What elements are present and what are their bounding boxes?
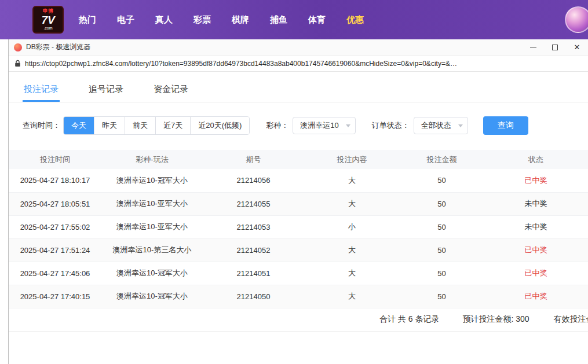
header-bet-time: 投注时间 <box>9 150 101 169</box>
chevron-down-icon <box>458 124 463 127</box>
status-cell: 未中奖 <box>484 192 588 215</box>
time-option-yesterday[interactable]: 昨天 <box>94 117 125 134</box>
nav-item-promotions[interactable]: 优惠 <box>346 14 364 25</box>
header-status: 状态 <box>484 150 588 169</box>
time-option-today[interactable]: 今天 <box>64 117 94 134</box>
content-cell: 大 <box>304 192 400 215</box>
issue-cell: 21214056 <box>203 169 304 192</box>
play-cell: 澳洲幸运10-第三名大小 <box>101 238 203 262</box>
nav-item-board-games[interactable]: 棋牌 <box>232 14 249 25</box>
table-row[interactable]: 2025-04-27 17:45:06 澳洲幸运10-冠军大小 21214051… <box>9 262 588 285</box>
tab-chase-records[interactable]: 追号记录 <box>87 76 125 102</box>
logo-sub-text: .com <box>43 26 52 31</box>
play-cell: 澳洲幸运10-冠军大小 <box>101 169 203 192</box>
time-option-7days[interactable]: 近7天 <box>155 117 190 134</box>
nav-item-lottery[interactable]: 彩票 <box>193 14 211 25</box>
issue-cell: 21214053 <box>203 215 304 238</box>
time-filter-label: 查询时间： <box>23 120 60 131</box>
bet-time-cell: 2025-04-27 17:45:06 <box>9 262 101 285</box>
content-cell: 大 <box>304 285 400 308</box>
table-row[interactable]: 2025-04-27 18:05:51 澳洲幸运10-亚军大小 21214055… <box>9 192 588 215</box>
header-amount: 投注金额 <box>400 150 484 169</box>
order-status-select[interactable]: 全部状态 <box>414 117 468 134</box>
time-option-20days[interactable]: 近20天(低频) <box>190 117 249 134</box>
content-cell: 大 <box>304 169 400 192</box>
lottery-filter-label: 彩种： <box>266 120 288 131</box>
status-filter-label: 订单状态： <box>372 120 410 131</box>
table-row[interactable]: 2025-04-27 17:51:24 澳洲幸运10-第三名大小 2121405… <box>9 238 588 262</box>
amount-cell: 50 <box>400 192 484 215</box>
filter-bar: 查询时间： 今天 昨天 前天 近7天 近20天(低频) 彩种： 澳洲幸运10 订… <box>9 116 588 135</box>
table-header-row: 投注时间 彩种-玩法 期号 投注内容 投注金额 状态 <box>9 150 588 169</box>
issue-cell: 21214055 <box>203 192 304 215</box>
table-row[interactable]: 2025-04-27 18:10:17 澳洲幸运10-冠军大小 21214056… <box>9 169 588 192</box>
content-cell: 大 <box>304 262 400 285</box>
bet-time-cell: 2025-04-27 17:40:15 <box>9 285 101 308</box>
minimize-icon <box>530 47 536 47</box>
lottery-select[interactable]: 澳洲幸运10 <box>293 117 355 134</box>
time-range-group: 今天 昨天 前天 近7天 近20天(低频) <box>63 116 250 135</box>
issue-cell: 21214051 <box>203 262 304 285</box>
header-content: 投注内容 <box>304 150 400 169</box>
bet-time-cell: 2025-04-27 17:51:24 <box>9 238 101 262</box>
bet-records-table: 投注时间 彩种-玩法 期号 投注内容 投注金额 状态 2025-04-27 18… <box>9 150 588 308</box>
play-cell: 澳洲幸运10-冠军大小 <box>101 262 203 285</box>
maximize-button[interactable] <box>544 39 566 56</box>
main-nav: 热门 电子 真人 彩票 棋牌 捕鱼 体育 优惠 <box>79 14 385 25</box>
status-cell: 已中奖 <box>484 262 588 285</box>
total-records-text: 合计 共 6 条记录 <box>379 314 439 325</box>
user-avatar[interactable] <box>565 6 588 33</box>
nav-item-sports[interactable]: 体育 <box>308 14 326 25</box>
bet-time-cell: 2025-04-27 18:05:51 <box>9 192 101 215</box>
nav-item-slots[interactable]: 电子 <box>117 14 134 25</box>
nav-item-hot[interactable]: 热门 <box>79 14 96 25</box>
record-tabs: 投注记录 追号记录 资金记录 <box>9 76 588 102</box>
order-status-value: 全部状态 <box>421 120 451 131</box>
ssl-lock-icon <box>14 60 21 67</box>
table-row[interactable]: 2025-04-27 17:55:02 澳洲幸运10-亚军大小 21214053… <box>9 215 588 238</box>
time-option-day-before[interactable]: 前天 <box>125 117 155 134</box>
table-row[interactable]: 2025-04-27 17:40:15 澳洲幸运10-冠军大小 21214050… <box>9 285 588 308</box>
window-controls: ✕ <box>522 39 588 56</box>
maximize-icon <box>552 45 558 50</box>
bet-time-cell: 2025-04-27 18:10:17 <box>9 169 101 192</box>
valid-amount-text: 有效投注金 <box>554 314 588 325</box>
browser-app-icon <box>14 43 22 52</box>
status-cell: 已中奖 <box>484 238 588 262</box>
logo-main-text: 7V <box>41 14 54 26</box>
window-titlebar[interactable]: DB彩票 - 极速浏览器 ✕ <box>9 39 588 56</box>
amount-cell: 50 <box>400 238 484 262</box>
expected-amount-text: 预计投注金额: 300 <box>462 314 529 325</box>
status-cell: 已中奖 <box>484 169 588 192</box>
minimize-button[interactable] <box>522 39 544 56</box>
amount-cell: 50 <box>400 285 484 308</box>
status-cell: 未中奖 <box>484 215 588 238</box>
issue-cell: 21214050 <box>203 285 304 308</box>
browser-window: DB彩票 - 极速浏览器 ✕ https://ctop02pchwp1.zfnc… <box>8 39 588 364</box>
header-play: 彩种-玩法 <box>101 150 203 169</box>
play-cell: 澳洲幸运10-冠军大小 <box>101 285 203 308</box>
amount-cell: 50 <box>400 215 484 238</box>
tab-fund-records[interactable]: 资金记录 <box>152 76 189 102</box>
tab-bet-records[interactable]: 投注记录 <box>23 76 60 102</box>
site-topbar: 申博 7V .com 热门 电子 真人 彩票 棋牌 捕鱼 体育 优惠 <box>0 0 588 39</box>
search-button[interactable]: 查询 <box>483 116 528 135</box>
url-text[interactable]: https://ctop02pchwp1.zfnc84.com/lottery/… <box>25 60 457 68</box>
chevron-down-icon <box>346 124 350 127</box>
amount-cell: 50 <box>400 169 484 192</box>
url-bar[interactable]: https://ctop02pchwp1.zfnc84.com/lottery/… <box>9 56 588 72</box>
close-button[interactable]: ✕ <box>566 39 588 56</box>
site-logo[interactable]: 申博 7V .com <box>32 6 64 34</box>
play-cell: 澳洲幸运10-亚军大小 <box>101 192 203 215</box>
content-cell: 大 <box>304 238 400 262</box>
nav-item-live[interactable]: 真人 <box>155 14 173 25</box>
nav-item-fishing[interactable]: 捕鱼 <box>270 14 287 25</box>
summary-bar: 合计 共 6 条记录 预计投注金额: 300 有效投注金 <box>9 308 588 332</box>
bet-time-cell: 2025-04-27 17:55:02 <box>9 215 101 238</box>
amount-cell: 50 <box>400 262 484 285</box>
lottery-select-value: 澳洲幸运10 <box>300 120 338 131</box>
status-cell: 已中奖 <box>484 285 588 308</box>
issue-cell: 21214052 <box>203 238 304 262</box>
content-cell: 小 <box>304 215 400 238</box>
header-issue: 期号 <box>203 150 304 169</box>
